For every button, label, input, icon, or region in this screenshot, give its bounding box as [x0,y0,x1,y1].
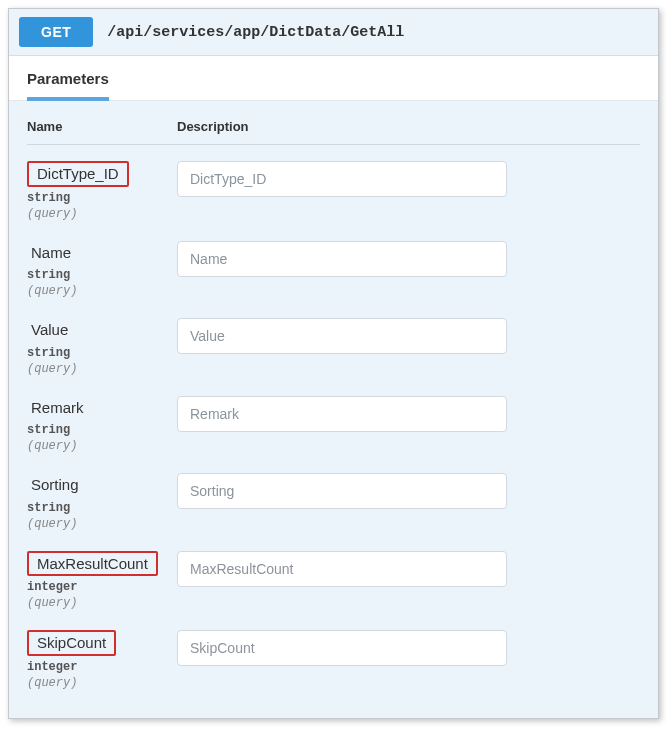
parameter-input-cell [177,473,640,509]
parameter-row: SkipCountinteger(query) [27,630,640,690]
parameter-input[interactable] [177,396,507,432]
parameter-input[interactable] [177,241,507,277]
parameter-row: DictType_IDstring(query) [27,161,640,221]
parameter-in: (query) [27,676,169,690]
parameter-name: Name [27,241,169,265]
parameter-input-cell [177,630,640,666]
parameter-input-cell [177,161,640,197]
parameter-type: string [27,268,169,282]
column-header-name: Name [27,119,177,134]
parameter-meta: Namestring(query) [27,241,177,299]
parameter-input-cell [177,241,640,277]
parameter-type: string [27,501,169,515]
parameter-meta: DictType_IDstring(query) [27,161,177,221]
column-header-description: Description [177,119,640,134]
parameter-meta: Valuestring(query) [27,318,177,376]
parameter-input[interactable] [177,473,507,509]
parameter-row: Remarkstring(query) [27,396,640,454]
parameter-in: (query) [27,439,169,453]
parameter-meta: MaxResultCountinteger(query) [27,551,177,611]
parameter-row: Valuestring(query) [27,318,640,376]
parameter-name-label: Remark [27,396,88,420]
endpoint-path: /api/services/app/DictData/GetAll [107,24,404,41]
parameter-row: MaxResultCountinteger(query) [27,551,640,611]
parameter-in: (query) [27,284,169,298]
parameter-input-cell [177,551,640,587]
parameter-in: (query) [27,517,169,531]
parameter-name-label: Value [27,318,72,342]
parameter-input[interactable] [177,161,507,197]
parameter-input[interactable] [177,551,507,587]
parameters-table-head: Name Description [27,119,640,145]
parameters-table-body: DictType_IDstring(query)Namestring(query… [27,161,640,690]
parameter-type: string [27,346,169,360]
parameter-name: SkipCount [27,630,169,656]
parameters-table: Name Description DictType_IDstring(query… [9,101,658,718]
parameter-input[interactable] [177,318,507,354]
parameter-input-cell [177,318,640,354]
parameter-in: (query) [27,362,169,376]
parameter-meta: Remarkstring(query) [27,396,177,454]
parameter-row: Sortingstring(query) [27,473,640,531]
parameter-type: integer [27,580,169,594]
parameter-type: string [27,423,169,437]
parameter-name: MaxResultCount [27,551,169,577]
parameter-in: (query) [27,596,169,610]
parameter-name-label: SkipCount [27,630,116,656]
parameter-input-cell [177,396,640,432]
operation-header[interactable]: GET /api/services/app/DictData/GetAll [9,9,658,56]
http-method-badge: GET [19,17,93,47]
parameter-type: string [27,191,169,205]
parameter-row: Namestring(query) [27,241,640,299]
parameter-name-label: DictType_ID [27,161,129,187]
parameter-meta: Sortingstring(query) [27,473,177,531]
parameter-name-label: Sorting [27,473,83,497]
api-operation-panel: GET /api/services/app/DictData/GetAll Pa… [8,8,659,719]
parameters-title: Parameters [27,70,109,101]
parameter-name-label: MaxResultCount [27,551,158,577]
parameters-section-header: Parameters [9,56,658,101]
parameter-name: Remark [27,396,169,420]
parameter-name: Sorting [27,473,169,497]
parameter-name: DictType_ID [27,161,169,187]
parameter-name-label: Name [27,241,75,265]
parameter-type: integer [27,660,169,674]
parameter-in: (query) [27,207,169,221]
parameter-name: Value [27,318,169,342]
parameter-input[interactable] [177,630,507,666]
parameter-meta: SkipCountinteger(query) [27,630,177,690]
